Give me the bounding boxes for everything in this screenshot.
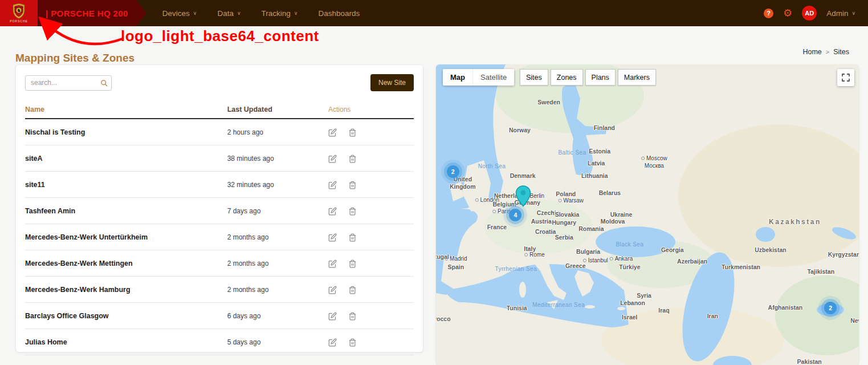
table-row: siteA 38 minutes ago [25,145,414,172]
site-name: site11 [25,172,227,198]
map-type-map-button[interactable]: Map [443,69,472,86]
chevron-down-icon: ∨ [294,10,298,16]
sites-table: Name Last Updated Actions Nischal is Tes… [25,100,414,355]
site-last-updated: 2 months ago [227,250,328,277]
map-pin[interactable] [515,185,531,209]
delete-button[interactable] [348,128,357,137]
edit-icon [328,233,337,242]
edit-icon [328,155,337,163]
edit-button[interactable] [328,259,337,268]
delete-button[interactable] [348,207,357,216]
table-row: Tashfeen Amin 7 days ago [25,198,414,224]
porsche-logo[interactable]: ♞ PORSCHE [0,0,38,26]
layer-plans-button[interactable]: Plans [585,69,616,86]
edit-button[interactable] [328,181,337,189]
delete-button[interactable] [348,259,357,268]
edit-button[interactable] [328,128,337,137]
site-name: siteA [25,145,227,172]
nav-item-data[interactable]: Data∨ [217,9,241,18]
map-cluster-marker[interactable]: 4 [509,209,521,221]
admin-menu[interactable]: Admin∨ [826,9,855,18]
edit-button[interactable] [328,233,337,242]
trash-icon [348,128,357,137]
trash-icon [348,233,357,242]
navbar-right: ? ⚙ AD Admin∨ [764,6,868,21]
edit-icon [328,207,337,216]
column-header-last-updated: Last Updated [227,100,328,119]
delete-button[interactable] [348,155,357,163]
delete-button[interactable] [348,286,357,294]
trash-icon [348,338,357,347]
help-icon[interactable]: ? [764,9,773,18]
gear-icon[interactable]: ⚙ [783,8,792,18]
brand-banner: | PORSCHE HQ 200 [38,0,146,26]
map-type-satellite-button[interactable]: Satellite [472,69,514,86]
map-cluster-marker[interactable]: 2 [447,165,459,178]
nav-item-dashboards[interactable]: Dashboards [318,9,360,18]
breadcrumb-current: Sites [833,48,849,56]
site-last-updated: 7 days ago [227,198,328,224]
site-last-updated: 5 days ago [227,329,328,355]
layer-sites-button[interactable]: Sites [520,69,548,86]
layer-markers-button[interactable]: Markers [618,69,656,86]
delete-button[interactable] [348,338,357,347]
sites-panel: New Site Name Last Updated Actions Nisch… [15,64,423,352]
top-navbar: ♞ PORSCHE | PORSCHE HQ 200 Devices∨ Data… [0,0,868,26]
fullscreen-icon [842,74,850,82]
trash-icon [348,207,357,216]
site-last-updated: 6 days ago [227,303,328,329]
table-row: Mercedes-Benz-Werk Mettingen 2 months ag… [25,250,414,277]
breadcrumb-home[interactable]: Home [802,48,821,56]
site-last-updated: 2 hours ago [227,119,328,145]
edit-button[interactable] [328,286,337,294]
delete-button[interactable] [348,181,357,189]
map-geography [436,64,859,365]
search-icon [100,79,108,87]
table-row: site11 32 minutes ago [25,172,414,198]
avatar[interactable]: AD [802,6,817,21]
edit-icon [328,128,337,137]
nav-item-devices[interactable]: Devices∨ [162,9,197,18]
trash-icon [348,181,357,189]
trash-icon [348,155,357,163]
edit-button[interactable] [328,338,337,347]
porsche-logo-word: PORSCHE [10,19,28,23]
svg-text:♞: ♞ [17,8,21,13]
map-cluster-marker[interactable]: 2 [824,302,837,314]
new-site-button[interactable]: New Site [370,74,414,91]
edit-button[interactable] [328,155,337,163]
site-name: Nischal is Testing [25,119,227,145]
site-name: Mercedes-Benz-Werk Mettingen [25,250,227,277]
trash-icon [348,286,357,294]
nav-item-tracking[interactable]: Tracking∨ [262,9,298,18]
site-last-updated: 38 minutes ago [227,145,328,172]
sites-table-body: Nischal is Testing 2 hours ago siteA 38 … [25,119,414,355]
edit-icon [328,259,337,268]
annotation-label: logo_light_base64_content [121,27,319,45]
table-row: Nischal is Testing 2 hours ago [25,119,414,145]
fullscreen-button[interactable] [837,69,854,86]
breadcrumb: Home > Sites [802,48,849,56]
edit-icon [328,312,337,321]
trash-icon [348,312,357,321]
breadcrumb-separator-icon: > [826,48,829,55]
column-header-actions: Actions [328,100,414,119]
search-input[interactable] [25,75,112,91]
edit-button[interactable] [328,207,337,216]
edit-button[interactable] [328,312,337,321]
layer-zones-button[interactable]: Zones [551,69,583,86]
table-row: Mercedes-Benz-Werk Untertürkheim 2 month… [25,224,414,250]
edit-icon [328,286,337,294]
site-name: Mercedes-Benz-Werk Hamburg [25,277,227,303]
site-name: Tashfeen Amin [25,198,227,224]
site-last-updated: 32 minutes ago [227,172,328,198]
table-row: Barclays Office Glasgow 6 days ago [25,303,414,329]
table-row: Mercedes-Benz-Werk Hamburg 2 months ago [25,277,414,303]
delete-button[interactable] [348,233,357,242]
chevron-down-icon: ∨ [237,10,241,16]
delete-button[interactable] [348,312,357,321]
main-nav: Devices∨ Data∨ Tracking∨ Dashboards [162,9,360,18]
site-name: Mercedes-Benz-Werk Untertürkheim [25,224,227,250]
map-canvas[interactable]: SwedenNorwayFinlandBaltic SeaEstoniaLatv… [436,64,859,365]
porsche-crest-icon: ♞ [13,3,25,19]
